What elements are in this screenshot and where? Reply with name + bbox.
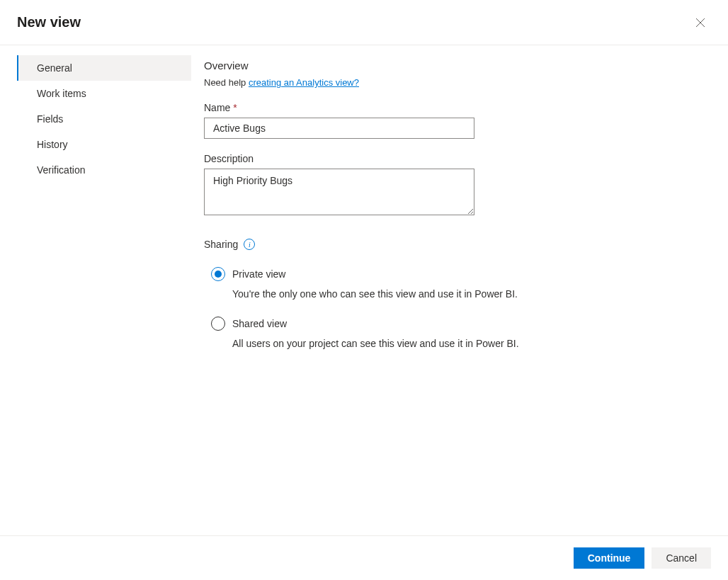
required-indicator: * xyxy=(233,102,237,113)
cancel-button[interactable]: Cancel xyxy=(652,547,711,569)
help-prefix: Need help xyxy=(204,77,249,88)
radio-private-desc: You're the only one who can see this vie… xyxy=(204,288,711,300)
description-label: Description xyxy=(204,153,711,164)
help-link[interactable]: creating an Analytics view? xyxy=(249,77,359,88)
continue-button[interactable]: Continue xyxy=(574,547,645,569)
sharing-header: Sharing i xyxy=(204,239,711,250)
sidebar-nav: General Work items Fields History Verifi… xyxy=(0,55,191,366)
dialog-title: New view xyxy=(17,14,81,30)
sidebar-item-label: Verification xyxy=(37,164,85,176)
dialog-header: New view xyxy=(0,0,728,45)
info-icon[interactable]: i xyxy=(244,239,255,250)
name-input[interactable] xyxy=(204,118,474,139)
main-content: General Work items Fields History Verifi… xyxy=(0,45,728,366)
sidebar-item-label: General xyxy=(37,62,72,74)
radio-icon xyxy=(211,317,225,331)
description-input[interactable] xyxy=(204,169,474,215)
sharing-label: Sharing xyxy=(204,239,238,250)
radio-shared-label: Shared view xyxy=(232,318,287,329)
help-text: Need help creating an Analytics view? xyxy=(204,77,711,88)
sidebar-item-label: Work items xyxy=(37,88,86,99)
content-panel: Overview Need help creating an Analytics… xyxy=(191,55,728,366)
close-icon xyxy=(695,18,705,28)
sidebar-item-fields[interactable]: Fields xyxy=(17,106,191,132)
sidebar-item-verification[interactable]: Verification xyxy=(17,157,191,183)
radio-shared-desc: All users on your project can see this v… xyxy=(204,338,711,349)
name-label: Name * xyxy=(204,102,711,113)
name-label-text: Name xyxy=(204,102,230,113)
radio-icon xyxy=(211,267,225,281)
sidebar-item-label: Fields xyxy=(37,113,63,125)
overview-title: Overview xyxy=(204,59,711,72)
sidebar-item-history[interactable]: History xyxy=(17,132,191,157)
dialog-footer: Continue Cancel xyxy=(0,535,728,580)
radio-private[interactable]: Private view xyxy=(204,267,711,281)
sidebar-item-label: History xyxy=(37,139,68,150)
radio-shared[interactable]: Shared view xyxy=(204,317,711,331)
close-button[interactable] xyxy=(693,15,708,30)
sidebar-item-general[interactable]: General xyxy=(17,55,191,81)
sidebar-item-work-items[interactable]: Work items xyxy=(17,81,191,106)
radio-private-label: Private view xyxy=(232,268,285,280)
